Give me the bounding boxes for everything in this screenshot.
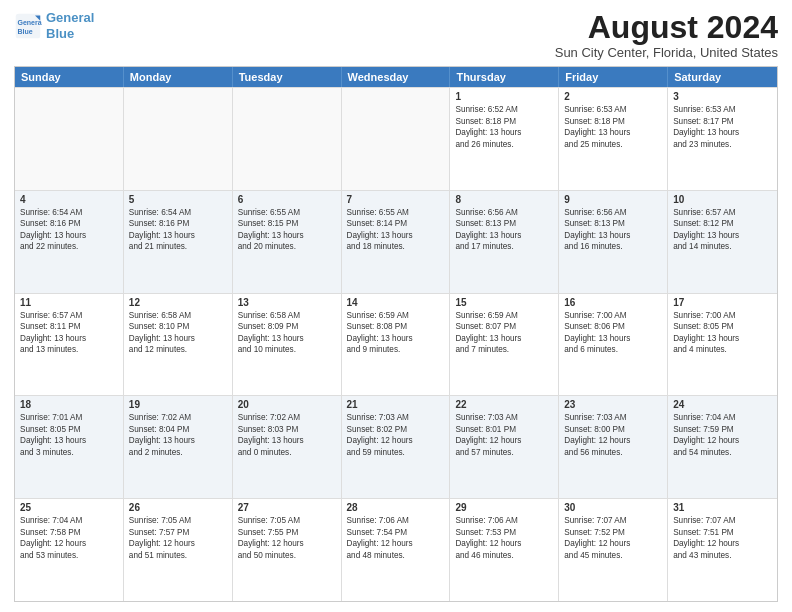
- day-info: Sunrise: 7:02 AM Sunset: 8:03 PM Dayligh…: [238, 412, 336, 458]
- day-info: Sunrise: 7:05 AM Sunset: 7:55 PM Dayligh…: [238, 515, 336, 561]
- cal-cell: 2Sunrise: 6:53 AM Sunset: 8:18 PM Daylig…: [559, 88, 668, 190]
- calendar-header: SundayMondayTuesdayWednesdayThursdayFrid…: [15, 67, 777, 87]
- cal-cell: 11Sunrise: 6:57 AM Sunset: 8:11 PM Dayli…: [15, 294, 124, 396]
- cal-row: 4Sunrise: 6:54 AM Sunset: 8:16 PM Daylig…: [15, 190, 777, 293]
- cal-cell: 30Sunrise: 7:07 AM Sunset: 7:52 PM Dayli…: [559, 499, 668, 601]
- cal-cell: 13Sunrise: 6:58 AM Sunset: 8:09 PM Dayli…: [233, 294, 342, 396]
- cal-cell: 3Sunrise: 6:53 AM Sunset: 8:17 PM Daylig…: [668, 88, 777, 190]
- cal-cell: 27Sunrise: 7:05 AM Sunset: 7:55 PM Dayli…: [233, 499, 342, 601]
- day-number: 26: [129, 502, 227, 513]
- day-number: 15: [455, 297, 553, 308]
- day-info: Sunrise: 6:54 AM Sunset: 8:16 PM Dayligh…: [20, 207, 118, 253]
- cal-cell: 5Sunrise: 6:54 AM Sunset: 8:16 PM Daylig…: [124, 191, 233, 293]
- logo-icon: General Blue: [14, 12, 42, 40]
- cal-cell: [15, 88, 124, 190]
- day-number: 27: [238, 502, 336, 513]
- day-number: 11: [20, 297, 118, 308]
- cal-header-day: Wednesday: [342, 67, 451, 87]
- cal-header-day: Friday: [559, 67, 668, 87]
- cal-header-day: Saturday: [668, 67, 777, 87]
- day-number: 2: [564, 91, 662, 102]
- day-number: 30: [564, 502, 662, 513]
- cal-cell: 25Sunrise: 7:04 AM Sunset: 7:58 PM Dayli…: [15, 499, 124, 601]
- day-number: 5: [129, 194, 227, 205]
- cal-cell: 22Sunrise: 7:03 AM Sunset: 8:01 PM Dayli…: [450, 396, 559, 498]
- day-info: Sunrise: 6:56 AM Sunset: 8:13 PM Dayligh…: [564, 207, 662, 253]
- day-number: 3: [673, 91, 772, 102]
- day-number: 13: [238, 297, 336, 308]
- day-number: 19: [129, 399, 227, 410]
- day-number: 25: [20, 502, 118, 513]
- cal-cell: 4Sunrise: 6:54 AM Sunset: 8:16 PM Daylig…: [15, 191, 124, 293]
- svg-text:General: General: [18, 19, 43, 26]
- calendar: SundayMondayTuesdayWednesdayThursdayFrid…: [14, 66, 778, 602]
- cal-cell: 19Sunrise: 7:02 AM Sunset: 8:04 PM Dayli…: [124, 396, 233, 498]
- cal-cell: 9Sunrise: 6:56 AM Sunset: 8:13 PM Daylig…: [559, 191, 668, 293]
- day-number: 8: [455, 194, 553, 205]
- day-info: Sunrise: 7:03 AM Sunset: 8:00 PM Dayligh…: [564, 412, 662, 458]
- day-number: 16: [564, 297, 662, 308]
- cal-header-day: Thursday: [450, 67, 559, 87]
- cal-cell: 31Sunrise: 7:07 AM Sunset: 7:51 PM Dayli…: [668, 499, 777, 601]
- cal-cell: 8Sunrise: 6:56 AM Sunset: 8:13 PM Daylig…: [450, 191, 559, 293]
- cal-row: 18Sunrise: 7:01 AM Sunset: 8:05 PM Dayli…: [15, 395, 777, 498]
- calendar-body: 1Sunrise: 6:52 AM Sunset: 8:18 PM Daylig…: [15, 87, 777, 601]
- cal-header-day: Monday: [124, 67, 233, 87]
- cal-cell: 26Sunrise: 7:05 AM Sunset: 7:57 PM Dayli…: [124, 499, 233, 601]
- cal-cell: 16Sunrise: 7:00 AM Sunset: 8:06 PM Dayli…: [559, 294, 668, 396]
- day-number: 7: [347, 194, 445, 205]
- day-info: Sunrise: 6:59 AM Sunset: 8:07 PM Dayligh…: [455, 310, 553, 356]
- day-info: Sunrise: 6:54 AM Sunset: 8:16 PM Dayligh…: [129, 207, 227, 253]
- day-info: Sunrise: 6:57 AM Sunset: 8:11 PM Dayligh…: [20, 310, 118, 356]
- day-info: Sunrise: 7:00 AM Sunset: 8:06 PM Dayligh…: [564, 310, 662, 356]
- day-info: Sunrise: 7:03 AM Sunset: 8:02 PM Dayligh…: [347, 412, 445, 458]
- cal-row: 1Sunrise: 6:52 AM Sunset: 8:18 PM Daylig…: [15, 87, 777, 190]
- cal-header-day: Tuesday: [233, 67, 342, 87]
- header: General Blue General Blue August 2024 Su…: [14, 10, 778, 60]
- day-info: Sunrise: 6:53 AM Sunset: 8:18 PM Dayligh…: [564, 104, 662, 150]
- cal-cell: 20Sunrise: 7:02 AM Sunset: 8:03 PM Dayli…: [233, 396, 342, 498]
- cal-cell: [124, 88, 233, 190]
- day-number: 31: [673, 502, 772, 513]
- day-info: Sunrise: 7:05 AM Sunset: 7:57 PM Dayligh…: [129, 515, 227, 561]
- main-title: August 2024: [555, 10, 778, 45]
- title-block: August 2024 Sun City Center, Florida, Un…: [555, 10, 778, 60]
- day-number: 1: [455, 91, 553, 102]
- cal-cell: 15Sunrise: 6:59 AM Sunset: 8:07 PM Dayli…: [450, 294, 559, 396]
- day-number: 17: [673, 297, 772, 308]
- day-info: Sunrise: 6:56 AM Sunset: 8:13 PM Dayligh…: [455, 207, 553, 253]
- cal-cell: 6Sunrise: 6:55 AM Sunset: 8:15 PM Daylig…: [233, 191, 342, 293]
- cal-cell: 1Sunrise: 6:52 AM Sunset: 8:18 PM Daylig…: [450, 88, 559, 190]
- cal-header-day: Sunday: [15, 67, 124, 87]
- day-number: 12: [129, 297, 227, 308]
- day-number: 10: [673, 194, 772, 205]
- day-number: 21: [347, 399, 445, 410]
- cal-cell: [342, 88, 451, 190]
- day-info: Sunrise: 7:00 AM Sunset: 8:05 PM Dayligh…: [673, 310, 772, 356]
- day-info: Sunrise: 6:59 AM Sunset: 8:08 PM Dayligh…: [347, 310, 445, 356]
- day-info: Sunrise: 6:55 AM Sunset: 8:14 PM Dayligh…: [347, 207, 445, 253]
- day-number: 22: [455, 399, 553, 410]
- day-info: Sunrise: 7:02 AM Sunset: 8:04 PM Dayligh…: [129, 412, 227, 458]
- cal-row: 11Sunrise: 6:57 AM Sunset: 8:11 PM Dayli…: [15, 293, 777, 396]
- day-info: Sunrise: 7:06 AM Sunset: 7:54 PM Dayligh…: [347, 515, 445, 561]
- day-info: Sunrise: 6:58 AM Sunset: 8:09 PM Dayligh…: [238, 310, 336, 356]
- logo-text: General Blue: [46, 10, 94, 41]
- page: General Blue General Blue August 2024 Su…: [0, 0, 792, 612]
- cal-row: 25Sunrise: 7:04 AM Sunset: 7:58 PM Dayli…: [15, 498, 777, 601]
- day-info: Sunrise: 7:03 AM Sunset: 8:01 PM Dayligh…: [455, 412, 553, 458]
- cal-cell: 18Sunrise: 7:01 AM Sunset: 8:05 PM Dayli…: [15, 396, 124, 498]
- cal-cell: 23Sunrise: 7:03 AM Sunset: 8:00 PM Dayli…: [559, 396, 668, 498]
- day-number: 28: [347, 502, 445, 513]
- day-info: Sunrise: 6:58 AM Sunset: 8:10 PM Dayligh…: [129, 310, 227, 356]
- day-number: 29: [455, 502, 553, 513]
- logo: General Blue General Blue: [14, 10, 94, 41]
- day-number: 23: [564, 399, 662, 410]
- day-info: Sunrise: 7:04 AM Sunset: 7:59 PM Dayligh…: [673, 412, 772, 458]
- day-info: Sunrise: 6:55 AM Sunset: 8:15 PM Dayligh…: [238, 207, 336, 253]
- day-number: 4: [20, 194, 118, 205]
- svg-text:Blue: Blue: [18, 27, 33, 34]
- cal-cell: 29Sunrise: 7:06 AM Sunset: 7:53 PM Dayli…: [450, 499, 559, 601]
- day-info: Sunrise: 7:04 AM Sunset: 7:58 PM Dayligh…: [20, 515, 118, 561]
- cal-cell: 14Sunrise: 6:59 AM Sunset: 8:08 PM Dayli…: [342, 294, 451, 396]
